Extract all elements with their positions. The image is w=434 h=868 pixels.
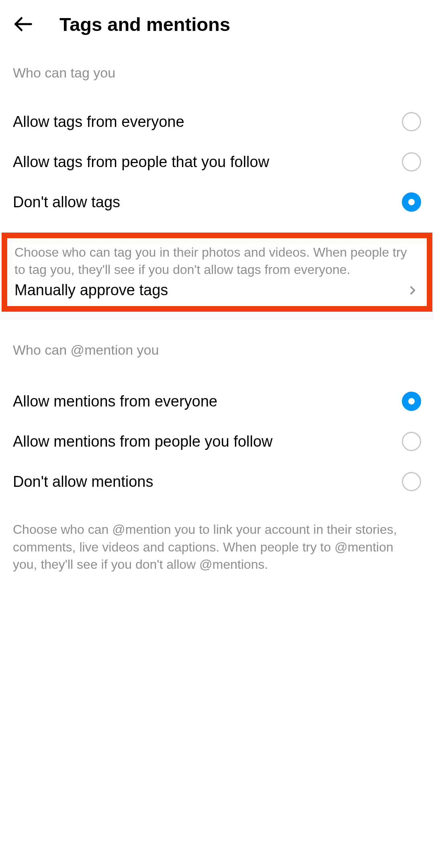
mention-option-following[interactable]: Allow mentions from people you follow bbox=[0, 421, 434, 462]
section-divider bbox=[0, 312, 434, 320]
option-label: Don't allow tags bbox=[13, 194, 120, 211]
radio-button[interactable] bbox=[402, 152, 421, 172]
radio-button[interactable] bbox=[402, 112, 421, 131]
option-label: Allow tags from people that you follow bbox=[13, 153, 269, 171]
radio-button[interactable] bbox=[402, 472, 421, 491]
back-button[interactable] bbox=[13, 12, 37, 36]
manual-approve-highlight: Choose who can tag you in their photos a… bbox=[2, 233, 432, 312]
mentions-description: Choose who can @mention you to link your… bbox=[0, 502, 434, 573]
tag-option-everyone[interactable]: Allow tags from everyone bbox=[0, 102, 434, 142]
radio-button[interactable] bbox=[402, 432, 421, 451]
option-label: Allow mentions from everyone bbox=[13, 393, 217, 410]
tags-description: Choose who can tag you in their photos a… bbox=[14, 244, 420, 280]
tag-option-none[interactable]: Don't allow tags bbox=[0, 182, 434, 222]
radio-button[interactable] bbox=[402, 192, 421, 212]
arrow-left-icon bbox=[13, 14, 34, 35]
mentions-section-header: Who can @mention you bbox=[0, 320, 434, 370]
tag-option-following[interactable]: Allow tags from people that you follow bbox=[0, 142, 434, 182]
manually-approve-label: Manually approve tags bbox=[14, 282, 168, 299]
option-label: Allow tags from everyone bbox=[13, 113, 184, 131]
option-label: Don't allow mentions bbox=[13, 473, 153, 490]
chevron-right-icon bbox=[406, 284, 420, 297]
manually-approve-tags-row[interactable]: Manually approve tags bbox=[14, 280, 420, 299]
option-label: Allow mentions from people you follow bbox=[13, 433, 272, 450]
header: Tags and mentions bbox=[0, 0, 434, 44]
radio-button[interactable] bbox=[402, 392, 421, 411]
mention-option-everyone[interactable]: Allow mentions from everyone bbox=[0, 381, 434, 421]
tags-section-header: Who can tag you bbox=[0, 44, 434, 90]
mention-option-none[interactable]: Don't allow mentions bbox=[0, 462, 434, 502]
page-title: Tags and mentions bbox=[59, 13, 230, 35]
